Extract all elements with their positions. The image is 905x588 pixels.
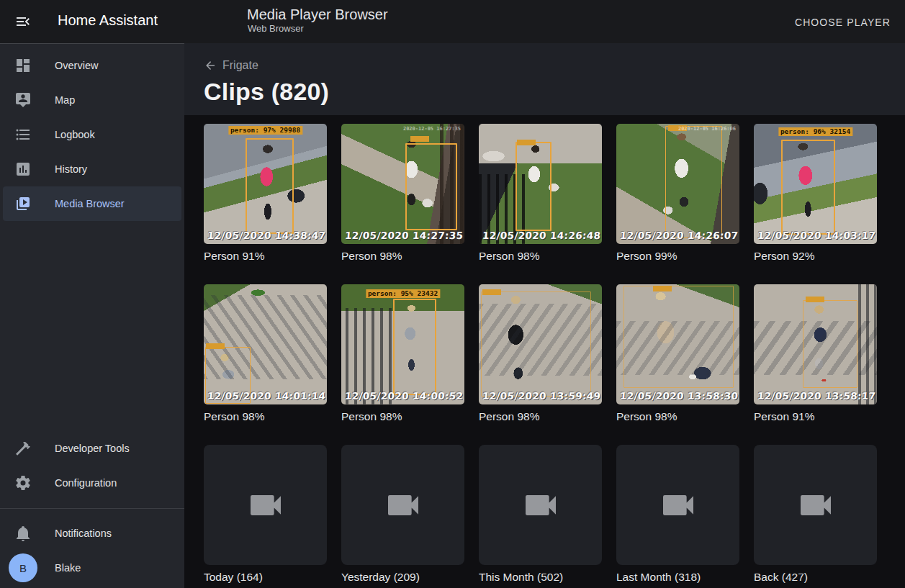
clip-label: Person 98%	[204, 410, 327, 423]
page-subtitle: Web Browser	[248, 23, 304, 34]
clip-tile[interactable]: 12/05/2020 13:58:17 Person 91%	[754, 284, 877, 423]
sidebar-footer: Notifications B Blake	[0, 508, 184, 585]
sidebar-divider	[0, 508, 184, 509]
sidebar-item-user-profile[interactable]: B Blake	[0, 551, 184, 585]
clip-tile[interactable]: person: 97% 29988 12/05/2020 14:38:47 Pe…	[204, 124, 327, 263]
clip-tile[interactable]: 12/05/2020 14:01:14 Person 98%	[204, 284, 327, 423]
choose-player-button[interactable]: CHOOSE PLAYER	[789, 13, 896, 32]
sidebar-item-developer-tools[interactable]: Developer Tools	[0, 431, 184, 466]
folder-tile-last-month[interactable]: Last Month (318)	[616, 445, 739, 584]
detection-bounding-box	[405, 143, 457, 230]
clip-timestamp-overlay: 12/05/2020 14:03:17	[757, 230, 876, 241]
clip-thumbnail: 2020-12-05 16:27:35 12/05/2020 14:27:35	[341, 124, 464, 244]
sidebar-item-map[interactable]: Map	[0, 83, 184, 117]
folder-thumbnail	[754, 445, 877, 565]
clip-timestamp-overlay: 12/05/2020 14:26:48	[482, 230, 601, 241]
page-title-topbar: Media Player Browser	[247, 6, 388, 23]
breadcrumb-back-frigate[interactable]: Frigate	[204, 59, 258, 72]
folder-thumbnail	[341, 445, 464, 565]
detection-bounding-box	[803, 300, 857, 388]
clip-tile[interactable]: person: 95% 23432 12/05/2020 14:00:52 Pe…	[341, 284, 464, 423]
clip-tile[interactable]: 12/05/2020 13:58:30 Person 98%	[616, 284, 739, 423]
clip-thumbnail: person: 97% 29988 12/05/2020 14:38:47	[204, 124, 327, 244]
sidebar-item-label: Overview	[55, 60, 98, 71]
detection-label-chip: person: 95% 23432	[366, 289, 440, 298]
clip-thumbnail: 12/05/2020 13:59:49	[479, 284, 602, 404]
sidebar-main-nav: Overview Map Logbook History Media Brows…	[0, 48, 184, 221]
clip-label: Person 99%	[616, 250, 739, 263]
detection-bounding-box	[246, 138, 294, 234]
sidebar-item-configuration[interactable]: Configuration	[0, 466, 184, 500]
bell-icon	[14, 525, 32, 542]
clip-thumbnail: 12/05/2020 14:01:14	[204, 284, 327, 404]
folder-tile-this-month[interactable]: This Month (502)	[479, 445, 602, 584]
clip-label: Person 91%	[754, 410, 877, 423]
clip-label: Person 98%	[341, 410, 464, 423]
video-camera-icon	[521, 485, 561, 525]
clip-thumbnail: 12/05/2020 13:58:30	[616, 284, 739, 404]
detection-bounding-box	[393, 299, 436, 395]
clip-tile[interactable]: 2020-12-05 16:26:06 12/05/2020 14:26:07 …	[616, 124, 739, 263]
detection-bounding-box	[515, 142, 551, 231]
clip-timestamp-overlay: 12/05/2020 13:58:30	[619, 390, 739, 402]
clip-thumbnail: 12/05/2020 13:58:17	[754, 284, 877, 404]
play-box-multiple-icon	[14, 195, 32, 212]
clip-timestamp-overlay: 12/05/2020 14:27:35	[344, 230, 464, 241]
chart-box-icon	[14, 160, 32, 178]
clip-thumbnail: person: 96% 32154 12/05/2020 14:03:17	[754, 124, 877, 244]
sidebar-item-label: Developer Tools	[55, 443, 130, 454]
sidebar-item-logbook[interactable]: Logbook	[0, 117, 184, 152]
clip-tile[interactable]: 2020-12-05 16:27:35 12/05/2020 14:27:35 …	[341, 124, 464, 263]
user-name-label: Blake	[55, 562, 81, 574]
menu-open-icon[interactable]	[14, 13, 32, 30]
folder-thumbnail	[479, 445, 602, 565]
folder-label: Last Month (318)	[616, 571, 739, 584]
folder-thumbnail	[204, 445, 327, 565]
sidebar-item-media-browser[interactable]: Media Browser	[3, 186, 181, 221]
camera-osd-timestamp: 2020-12-05 16:27:35	[403, 126, 461, 132]
folder-tile-today[interactable]: Today (164)	[204, 445, 327, 584]
detection-label-chip	[206, 343, 225, 349]
sidebar-item-notifications[interactable]: Notifications	[0, 516, 184, 551]
detection-label-chip: person: 97% 29988	[228, 126, 302, 135]
folder-label: Today (164)	[204, 571, 327, 584]
view-dashboard-icon	[14, 57, 32, 74]
folder-label: Yesterday (209)	[341, 571, 464, 584]
sidebar-item-history[interactable]: History	[0, 152, 184, 186]
sidebar-item-overview[interactable]: Overview	[0, 48, 184, 83]
format-list-bulleted-icon	[14, 126, 32, 143]
camera-osd-timestamp: 2020-12-05 16:26:06	[678, 126, 736, 132]
clip-thumbnail: 2020-12-05 16:26:06 12/05/2020 14:26:07	[616, 124, 739, 244]
folder-tile-yesterday[interactable]: Yesterday (209)	[341, 445, 464, 584]
clip-label: Person 98%	[479, 250, 602, 263]
arrow-left-icon	[204, 59, 217, 72]
cog-icon	[14, 474, 32, 492]
detection-bounding-box	[623, 286, 733, 388]
sidebar-item-label: Media Browser	[55, 198, 125, 209]
clip-tile[interactable]: 12/05/2020 14:26:48 Person 98%	[479, 124, 602, 263]
video-camera-icon	[658, 485, 698, 525]
clip-label: Person 98%	[341, 250, 464, 263]
detection-label-chip	[410, 136, 429, 142]
detection-label-chip	[517, 140, 536, 145]
clip-tile[interactable]: person: 96% 32154 12/05/2020 14:03:17 Pe…	[754, 124, 877, 263]
sidebar-item-label: Map	[55, 94, 75, 106]
page-title: Clips (820)	[204, 78, 329, 106]
detection-bounding-box	[781, 140, 836, 235]
sidebar-item-label: Notifications	[55, 528, 112, 539]
detection-label-chip	[482, 289, 501, 295]
clip-label: Person 91%	[204, 250, 327, 263]
clip-tile[interactable]: 12/05/2020 13:59:49 Person 98%	[479, 284, 602, 423]
avatar: B	[9, 553, 37, 582]
folder-label: Back (427)	[754, 571, 877, 584]
clip-timestamp-overlay: 12/05/2020 14:01:14	[207, 390, 326, 402]
detection-bounding-box	[665, 126, 722, 238]
clip-thumbnail: 12/05/2020 14:26:48	[479, 124, 602, 244]
sidebar: Overview Map Logbook History Media Brows…	[0, 43, 184, 588]
detection-label-chip	[653, 286, 672, 291]
sidebar-item-label: History	[55, 163, 87, 175]
clip-timestamp-overlay: 12/05/2020 13:58:17	[757, 390, 876, 402]
folder-tile-back[interactable]: Back (427)	[754, 445, 877, 584]
clip-timestamp-overlay: 12/05/2020 14:26:07	[619, 230, 739, 241]
breadcrumb-label: Frigate	[222, 59, 258, 72]
